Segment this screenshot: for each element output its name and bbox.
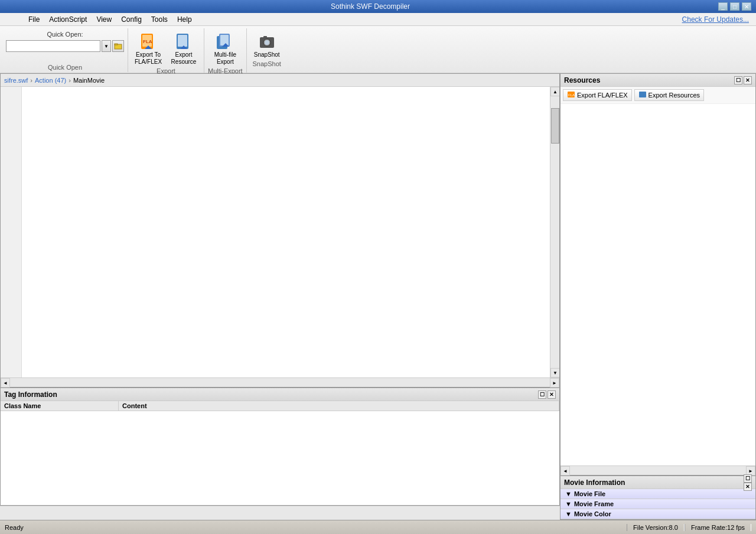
snapshot-section-label: SnapShot bbox=[253, 60, 281, 69]
export-resources-label: Export Resources bbox=[649, 92, 700, 99]
quick-open-input[interactable] bbox=[6, 40, 100, 52]
breadcrumb-item-3: MainMovie bbox=[73, 77, 105, 84]
resources-title: Resources bbox=[564, 76, 600, 84]
svg-rect-1 bbox=[115, 44, 118, 45]
export-resources-button[interactable]: Export Resources bbox=[634, 89, 704, 101]
res-scroll-left[interactable]: ◄ bbox=[561, 466, 570, 476]
line-numbers bbox=[1, 87, 22, 377]
export-fla-label: Export ToFLA/FLEX bbox=[135, 51, 162, 66]
vertical-scrollbar[interactable]: ▲ ▼ bbox=[550, 87, 559, 377]
movie-color-label: Movie Color bbox=[574, 510, 611, 517]
tag-info-panel: Tag Information ☐ ✕ Class Name Content bbox=[0, 388, 560, 506]
quick-open-label: Quick Open: bbox=[47, 28, 83, 38]
multi-file-label: Multi-fileExport bbox=[214, 51, 236, 66]
tag-panel-float-button[interactable]: ☐ bbox=[538, 390, 546, 399]
frame-rate-status: Frame Rate:12 fps bbox=[685, 524, 751, 531]
menu-item-view[interactable]: View bbox=[92, 14, 116, 25]
resources-close-button[interactable]: ✕ bbox=[744, 76, 752, 84]
snapshot-label: SnapShot bbox=[254, 51, 280, 58]
svg-text:FLA: FLA bbox=[568, 93, 575, 97]
export-fla-icon: FLA bbox=[139, 32, 158, 51]
bottom-tabs bbox=[0, 506, 560, 520]
code-editor[interactable] bbox=[22, 87, 550, 377]
menu-item-help[interactable]: Help bbox=[172, 14, 197, 25]
movie-frame-label: Movie Frame bbox=[574, 500, 614, 507]
export-fla-button[interactable]: FLA Export ToFLA/FLEX bbox=[132, 31, 165, 67]
scroll-down-button[interactable]: ▼ bbox=[550, 368, 559, 377]
menu-item-tools[interactable]: Tools bbox=[146, 14, 172, 25]
movie-color-header[interactable]: ▼ Movie Color bbox=[561, 509, 755, 519]
snapshot-icon bbox=[258, 32, 276, 51]
maximize-button[interactable]: □ bbox=[730, 2, 739, 11]
resources-tree bbox=[561, 104, 755, 465]
check-updates-link[interactable]: Check For Updates... bbox=[682, 15, 754, 24]
svg-rect-16 bbox=[263, 36, 267, 38]
close-button[interactable]: ✕ bbox=[742, 2, 751, 11]
export-fla-flex-label: Export FLA/FLEX bbox=[577, 92, 628, 99]
menu-item-file[interactable]: File bbox=[24, 14, 44, 25]
h-scroll-track[interactable] bbox=[10, 378, 550, 387]
snapshot-button[interactable]: SnapShot bbox=[250, 31, 284, 60]
svg-text:FLA: FLA bbox=[143, 39, 152, 44]
quick-open-dropdown[interactable]: ▼ bbox=[102, 40, 111, 52]
quick-open-folder-btn[interactable] bbox=[112, 40, 124, 52]
movie-frame-section: ▼ Movie Frame bbox=[561, 499, 755, 509]
resources-h-scroll[interactable]: ◄ ► bbox=[561, 465, 755, 475]
quick-open-section-label: Quick Open bbox=[48, 64, 82, 72]
svg-rect-19 bbox=[639, 92, 646, 97]
menu-item-config[interactable]: Config bbox=[116, 14, 146, 25]
svg-point-15 bbox=[265, 40, 269, 45]
movie-info-title: Movie Information bbox=[564, 478, 625, 487]
status-text: Ready bbox=[5, 524, 24, 531]
class-name-header: Class Name bbox=[1, 401, 119, 411]
tag-panel-close-button[interactable]: ✕ bbox=[548, 390, 556, 399]
scroll-left-button[interactable]: ◄ bbox=[1, 378, 10, 388]
movie-frame-header[interactable]: ▼ Movie Frame bbox=[561, 499, 755, 509]
movie-file-label: Movie File bbox=[574, 490, 605, 497]
movie-color-section: ▼ Movie Color bbox=[561, 509, 755, 519]
scroll-up-button[interactable]: ▲ bbox=[550, 87, 559, 96]
menu-item-actionscript[interactable]: ActionScript bbox=[44, 14, 92, 25]
breadcrumb: sifre.swf › Action (47) › MainMovie bbox=[1, 74, 559, 87]
svg-rect-11 bbox=[220, 35, 229, 45]
export-resource-icon bbox=[174, 32, 193, 51]
movie-file-header[interactable]: ▼ Movie File bbox=[561, 489, 755, 499]
multi-file-button[interactable]: Multi-fileExport bbox=[208, 31, 242, 67]
content-header: Content bbox=[119, 401, 559, 411]
scroll-track[interactable] bbox=[550, 96, 559, 368]
scroll-right-button[interactable]: ► bbox=[550, 378, 559, 388]
minimize-button[interactable]: _ bbox=[718, 2, 728, 11]
movie-info-close-button[interactable]: ✕ bbox=[744, 483, 752, 491]
breadcrumb-item-2[interactable]: Action (47) bbox=[35, 77, 66, 84]
movie-file-section: ▼ Movie File bbox=[561, 489, 755, 499]
export-resource-button[interactable]: ExportResource bbox=[167, 31, 200, 67]
res-h-track[interactable] bbox=[570, 466, 746, 475]
app-title: Sothink SWF Decompiler bbox=[22, 2, 718, 11]
movie-info-float-button[interactable]: ☐ bbox=[744, 474, 752, 483]
file-version-status: File Version:8.0 bbox=[627, 524, 685, 531]
tag-info-title: Tag Information bbox=[4, 390, 57, 399]
multi-file-icon bbox=[216, 32, 234, 51]
export-resource-label: ExportResource bbox=[171, 51, 197, 66]
export-fla-flex-button[interactable]: FLA Export FLA/FLEX bbox=[563, 89, 632, 101]
scroll-thumb[interactable] bbox=[551, 108, 559, 144]
horizontal-scrollbar[interactable]: ◄ ► bbox=[1, 377, 559, 387]
svg-rect-7 bbox=[178, 35, 187, 47]
breadcrumb-item-1[interactable]: sifre.swf bbox=[4, 77, 28, 84]
resources-float-button[interactable]: ☐ bbox=[734, 76, 742, 84]
